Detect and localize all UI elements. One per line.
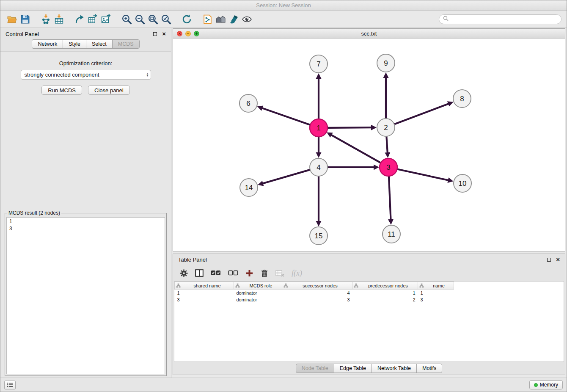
float-table-panel-icon[interactable] bbox=[547, 258, 551, 262]
main-area: Control Panel × NetworkStyleSelectMCDS O… bbox=[0, 28, 567, 378]
edge-4-3[interactable] bbox=[328, 165, 379, 170]
control-tab-network[interactable]: Network bbox=[32, 39, 63, 49]
close-table-panel-icon[interactable]: × bbox=[556, 257, 560, 262]
node-2[interactable]: 2 bbox=[377, 119, 395, 136]
open-session-icon[interactable] bbox=[6, 12, 19, 26]
table-row: 3dominator323 bbox=[175, 296, 454, 303]
control-panel-header: Control Panel × bbox=[0, 28, 171, 39]
table-cell[interactable]: 3 bbox=[175, 296, 234, 303]
network-canvas[interactable]: 7968124314101511 bbox=[173, 39, 565, 251]
edge-4-15[interactable] bbox=[316, 176, 322, 226]
edge-1-4[interactable] bbox=[316, 137, 322, 158]
window-titlebar: Session: New Session bbox=[0, 0, 567, 11]
node-8[interactable]: 8 bbox=[453, 90, 471, 108]
import-table-icon[interactable] bbox=[52, 12, 66, 26]
minimize-window-icon[interactable]: − bbox=[185, 31, 191, 36]
table-cell[interactable]: 1 bbox=[352, 290, 418, 296]
network-title: scc.txt bbox=[173, 30, 565, 37]
edge-2-3[interactable] bbox=[385, 136, 390, 158]
import-network-icon[interactable] bbox=[39, 12, 52, 26]
node-14[interactable]: 14 bbox=[240, 179, 258, 196]
export-network-icon[interactable] bbox=[73, 12, 86, 26]
node-4[interactable]: 4 bbox=[310, 158, 328, 176]
control-tab-style[interactable]: Style bbox=[63, 39, 86, 49]
zoom-out-icon[interactable] bbox=[133, 12, 146, 26]
edge-3-1[interactable] bbox=[327, 133, 381, 163]
add-row-icon[interactable] bbox=[245, 269, 253, 277]
zoom-in-icon[interactable] bbox=[120, 12, 133, 26]
table-cell[interactable]: 2 bbox=[352, 296, 418, 303]
close-mcds-panel-button[interactable]: Close panel bbox=[88, 86, 130, 95]
optimization-criterion-label: Optimization criterion: bbox=[0, 60, 171, 66]
close-window-icon[interactable]: × bbox=[177, 31, 182, 36]
main-toolbar bbox=[0, 11, 567, 28]
column-header-predecessor-nodes[interactable]: predecessor nodes bbox=[352, 282, 418, 290]
node-9[interactable]: 9 bbox=[377, 54, 395, 72]
edge-4-14[interactable] bbox=[258, 170, 310, 186]
search-input[interactable] bbox=[451, 16, 557, 22]
maximize-window-icon[interactable]: + bbox=[194, 31, 199, 36]
column-header-successor-nodes[interactable]: successor nodes bbox=[282, 282, 352, 290]
delete-row-icon[interactable] bbox=[261, 269, 268, 277]
edge-3-10[interactable] bbox=[397, 169, 454, 182]
node-15[interactable]: 15 bbox=[310, 227, 328, 245]
optimization-criterion-select[interactable]: strongly connected component ▲▼ bbox=[21, 70, 151, 80]
column-type-icon bbox=[354, 283, 358, 289]
export-table-icon[interactable] bbox=[86, 12, 99, 26]
zoom-fit-icon[interactable] bbox=[146, 12, 160, 26]
delete-table-icon bbox=[275, 270, 284, 277]
control-tab-select[interactable]: Select bbox=[86, 39, 113, 49]
edge-3-11[interactable] bbox=[388, 176, 394, 225]
zoom-selected-icon[interactable] bbox=[160, 12, 173, 26]
show-home-icon[interactable] bbox=[214, 12, 227, 26]
node-6[interactable]: 6 bbox=[239, 94, 257, 112]
column-header-name[interactable]: name bbox=[418, 282, 454, 290]
table-cell[interactable]: 1 bbox=[418, 290, 454, 296]
deselect-all-icon[interactable] bbox=[228, 270, 238, 276]
table-cell[interactable]: 3 bbox=[282, 296, 352, 303]
node-11[interactable]: 11 bbox=[383, 225, 400, 243]
save-session-icon[interactable] bbox=[19, 12, 32, 26]
edge-1-7[interactable] bbox=[316, 73, 322, 119]
export-image-icon[interactable] bbox=[99, 12, 113, 26]
edge-1-2[interactable] bbox=[328, 125, 377, 130]
gear-icon[interactable] bbox=[180, 269, 188, 277]
split-column-icon[interactable] bbox=[195, 269, 204, 277]
memory-button[interactable]: Memory bbox=[529, 380, 563, 389]
column-type-icon bbox=[419, 283, 424, 289]
search-box[interactable] bbox=[439, 14, 561, 24]
refresh-layout-icon[interactable] bbox=[180, 12, 193, 26]
table-tab-edge-table[interactable]: Edge Table bbox=[334, 364, 372, 373]
table-tab-motifs[interactable]: Motifs bbox=[416, 364, 442, 373]
float-panel-icon[interactable] bbox=[153, 32, 157, 36]
table-cell[interactable]: 4 bbox=[282, 290, 352, 296]
first-neighbors-icon[interactable] bbox=[201, 12, 214, 26]
table-tab-node-table[interactable]: Node Table bbox=[296, 364, 334, 373]
edge-2-9[interactable] bbox=[383, 72, 389, 119]
table-cell[interactable]: dominator bbox=[234, 296, 282, 303]
select-all-icon[interactable] bbox=[211, 270, 221, 276]
network-window-titlebar[interactable]: × − + scc.txt bbox=[173, 29, 565, 39]
column-header-shared-name[interactable]: shared name bbox=[175, 282, 234, 290]
panel-list-icon[interactable] bbox=[4, 381, 16, 389]
show-hide-eye-icon[interactable] bbox=[240, 12, 253, 26]
close-panel-icon[interactable]: × bbox=[162, 32, 166, 36]
table-tab-network-table[interactable]: Network Table bbox=[372, 364, 417, 373]
table-cell[interactable]: 3 bbox=[418, 296, 454, 303]
svg-text:3: 3 bbox=[386, 163, 390, 171]
svg-text:15: 15 bbox=[315, 232, 323, 240]
node-7[interactable]: 7 bbox=[310, 55, 328, 73]
table-cell[interactable]: dominator bbox=[234, 290, 282, 296]
node-3[interactable]: 3 bbox=[380, 158, 397, 176]
table-cell[interactable]: 1 bbox=[175, 290, 234, 296]
node-1[interactable]: 1 bbox=[310, 119, 328, 137]
column-label: shared name bbox=[193, 283, 220, 288]
style-brush-icon[interactable] bbox=[227, 12, 240, 26]
column-header-mcds-role[interactable]: MCDS role bbox=[234, 282, 282, 290]
control-tab-mcds[interactable]: MCDS bbox=[112, 39, 140, 49]
run-mcds-button[interactable]: Run MCDS bbox=[41, 86, 82, 95]
edge-2-8[interactable] bbox=[394, 101, 454, 124]
node-10[interactable]: 10 bbox=[454, 174, 471, 192]
control-panel: Control Panel × NetworkStyleSelectMCDS O… bbox=[0, 28, 171, 378]
edge-1-6[interactable] bbox=[257, 105, 310, 125]
